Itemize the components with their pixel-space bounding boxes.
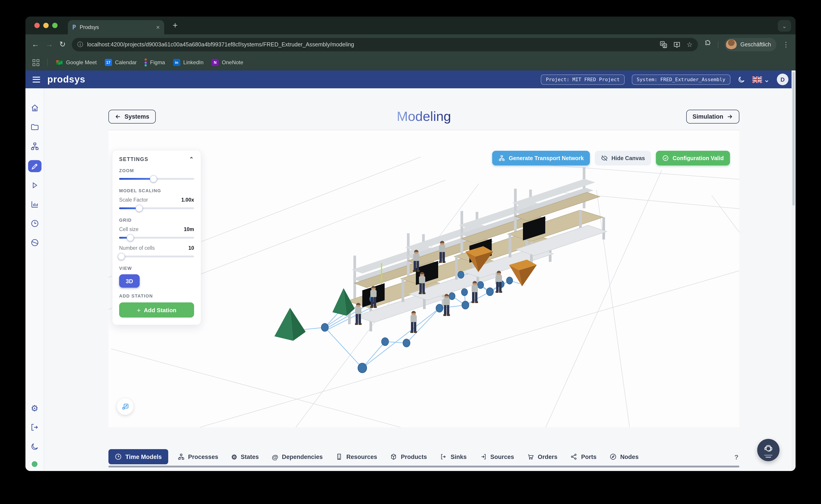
- extensions-icon[interactable]: [704, 40, 712, 49]
- bookmark-figma[interactable]: Figma: [145, 58, 165, 66]
- app-navbar: prodsys Project: MIT FRED Project System…: [25, 70, 796, 88]
- sidebar-item-simulation[interactable]: [29, 180, 40, 190]
- tab-nodes[interactable]: Nodes: [606, 449, 642, 464]
- sidebar-item-theme[interactable]: [29, 441, 40, 452]
- bookmark-linkedin[interactable]: in LinkedIn: [173, 59, 204, 66]
- horizontal-scrollbar[interactable]: [108, 466, 739, 467]
- tab-time-models[interactable]: Time Models: [108, 449, 168, 464]
- bookmarks-divider: [47, 59, 48, 66]
- cell-size-slider[interactable]: [119, 234, 194, 241]
- minimize-window-button[interactable]: [43, 23, 49, 28]
- bookmark-google-meet[interactable]: Google Meet: [56, 59, 97, 66]
- tab-ports[interactable]: Ports: [567, 449, 600, 464]
- window-controls[interactable]: [34, 23, 58, 28]
- tab-close-icon[interactable]: ×: [156, 24, 160, 30]
- browser-toolbar: ← → ↻ ⓘ localhost:4200/projects/d9003a61…: [25, 34, 796, 54]
- modeling-canvas[interactable]: SETTINGS ⌃ ZOOM MODEL SCALING Scale Fact…: [108, 130, 739, 427]
- bookmark-star-icon[interactable]: ☆: [687, 40, 693, 48]
- apps-grid-icon[interactable]: [33, 59, 39, 66]
- folder-icon: [30, 123, 39, 132]
- calendar-icon: 17: [105, 59, 112, 66]
- close-window-button[interactable]: [34, 23, 40, 28]
- pencil-icon: [31, 162, 39, 170]
- zoom-slider[interactable]: [119, 175, 194, 182]
- app-logo[interactable]: prodsys: [47, 74, 85, 85]
- source-cones[interactable]: [274, 288, 355, 341]
- add-station-button[interactable]: + Add Station: [119, 302, 194, 318]
- zoom-label: ZOOM: [119, 168, 194, 173]
- scale-factor-slider[interactable]: [119, 205, 194, 212]
- tab-resources[interactable]: Resources: [332, 449, 381, 464]
- tab-products[interactable]: Products: [386, 449, 431, 464]
- reload-icon[interactable]: ↻: [59, 40, 66, 49]
- sidebar-item-settings[interactable]: ⚙: [29, 403, 40, 413]
- help-icon[interactable]: ?: [734, 453, 738, 461]
- browser-tabstrip: P Prodsys × + ⌄: [25, 17, 796, 34]
- simulation-forward-button[interactable]: Simulation: [686, 109, 739, 123]
- number-of-cells-label: Number of cells: [119, 245, 155, 251]
- configuration-valid-button[interactable]: Configuration Valid: [656, 151, 730, 165]
- tab-processes[interactable]: Processes: [174, 449, 222, 464]
- profile-name: Geschäftlich: [740, 41, 771, 48]
- user-avatar[interactable]: D: [777, 74, 788, 85]
- system-badge[interactable]: System: FRED_Extruder_Assembly: [632, 74, 730, 85]
- sidebar-item-results[interactable]: [29, 199, 40, 210]
- tab-dependencies[interactable]: @ Dependencies: [268, 449, 326, 464]
- url-text[interactable]: localhost:4200/projects/d9003a61c00a45a6…: [87, 41, 656, 48]
- bookmark-onenote[interactable]: N OneNote: [211, 59, 243, 66]
- menu-hamburger-icon[interactable]: [33, 76, 40, 82]
- scale-factor-label: Scale Factor: [119, 197, 148, 202]
- hide-canvas-button[interactable]: Hide Canvas: [595, 151, 651, 165]
- sidebar-item-logout[interactable]: [29, 422, 40, 433]
- arrow-right-icon: [726, 113, 733, 120]
- sidebar-item-projects[interactable]: [29, 122, 40, 132]
- fullscreen-window-button[interactable]: [52, 23, 58, 28]
- bookmark-calendar[interactable]: 17 Calendar: [105, 59, 136, 66]
- tab-sinks[interactable]: Sinks: [437, 449, 470, 464]
- back-icon[interactable]: ←: [32, 40, 39, 49]
- site-info-icon[interactable]: ⓘ: [77, 40, 83, 48]
- google-meet-icon: [56, 59, 63, 66]
- sidebar-item-home[interactable]: [29, 103, 40, 113]
- canvas-actions: Generate Transport Network Hide Canvas C…: [493, 151, 730, 165]
- page-scrollbar[interactable]: [792, 70, 796, 471]
- dark-mode-moon-icon[interactable]: [737, 76, 745, 83]
- new-tab-button[interactable]: +: [173, 21, 178, 30]
- tab-states[interactable]: ⚙ States: [227, 449, 262, 464]
- clock-icon: [30, 219, 39, 228]
- cart-icon: [527, 453, 534, 460]
- online-status-dot: [32, 461, 37, 467]
- profile-chip[interactable]: Geschäftlich: [725, 38, 776, 51]
- sidebar-item-kpis[interactable]: [29, 237, 40, 248]
- 3d-scene[interactable]: [108, 130, 739, 427]
- support-agent-icon: [763, 443, 774, 453]
- web-page: prodsys Project: MIT FRED Project System…: [25, 70, 796, 471]
- tab-orders[interactable]: Orders: [524, 449, 561, 464]
- view-3d-button[interactable]: 3D: [119, 274, 140, 288]
- network-icon: [499, 155, 505, 161]
- browser-tab[interactable]: P Prodsys ×: [68, 20, 164, 34]
- generate-transport-network-button[interactable]: Generate Transport Network: [493, 151, 590, 165]
- language-selector[interactable]: ⌄: [752, 75, 770, 84]
- sink-icon: [440, 453, 447, 460]
- sidebar-item-systems[interactable]: [29, 141, 40, 152]
- support-button[interactable]: [757, 439, 780, 461]
- number-of-cells-slider[interactable]: [119, 253, 194, 260]
- logout-icon: [30, 423, 39, 432]
- project-badge[interactable]: Project: MIT FRED Project: [541, 74, 625, 85]
- expand-canvas-button[interactable]: [117, 398, 133, 415]
- systems-back-button[interactable]: Systems: [108, 109, 155, 123]
- install-app-icon[interactable]: [673, 41, 681, 48]
- translate-icon[interactable]: G: [660, 41, 667, 48]
- cell-size-label: Cell size: [119, 227, 138, 232]
- scrollbar-thumb[interactable]: [792, 72, 795, 206]
- collapse-chevron-icon[interactable]: ⌃: [189, 156, 194, 162]
- tab-sources[interactable]: Sources: [476, 449, 518, 464]
- address-bar[interactable]: ⓘ localhost:4200/projects/d9003a61c00a45…: [72, 38, 698, 51]
- page-title: Modeling: [397, 109, 451, 124]
- sidebar-item-history[interactable]: [29, 218, 40, 229]
- sidebar-item-modeling[interactable]: [28, 160, 41, 172]
- browser-menu-icon[interactable]: ⋮: [783, 40, 789, 48]
- forward-icon[interactable]: →: [45, 40, 53, 49]
- tab-search-chevron-icon[interactable]: ⌄: [778, 20, 791, 32]
